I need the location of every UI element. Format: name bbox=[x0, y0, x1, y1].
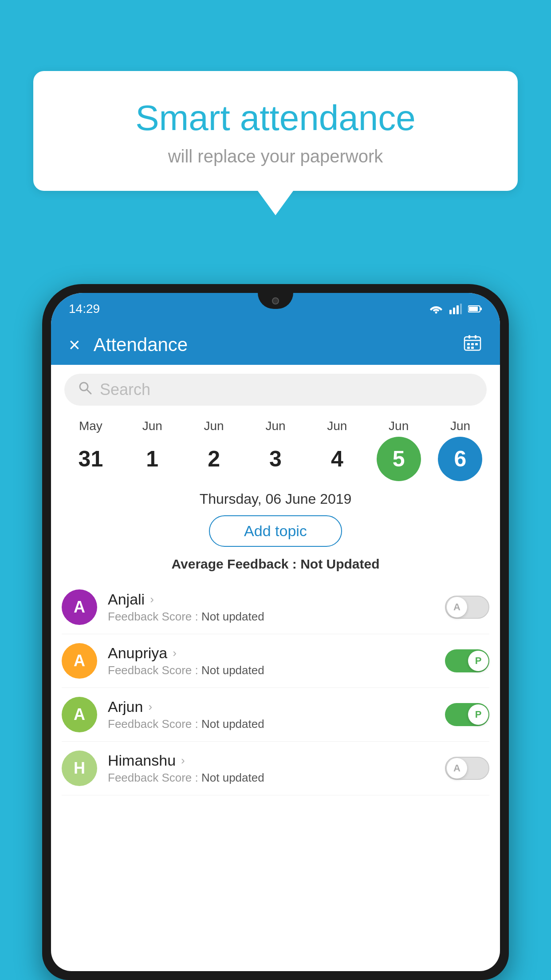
date-month: Jun bbox=[389, 419, 409, 433]
status-bar: 14:29 bbox=[51, 293, 500, 325]
list-item[interactable]: AAnupriya ›Feedback Score : Not updatedP bbox=[62, 634, 489, 688]
date-month: Jun bbox=[265, 419, 285, 433]
battery-icon bbox=[468, 305, 482, 313]
svg-rect-4 bbox=[460, 304, 462, 314]
avg-feedback-value: Not Updated bbox=[300, 557, 379, 571]
svg-rect-15 bbox=[467, 347, 470, 349]
close-button[interactable]: × bbox=[69, 334, 80, 356]
avatar: A bbox=[62, 697, 97, 732]
date-number: 3 bbox=[253, 437, 298, 481]
svg-rect-12 bbox=[467, 343, 470, 345]
svg-rect-1 bbox=[449, 310, 452, 314]
signal-icon bbox=[449, 304, 462, 314]
date-number: 31 bbox=[68, 437, 113, 481]
attendance-toggle[interactable]: P bbox=[445, 649, 489, 672]
add-topic-button[interactable]: Add topic bbox=[209, 515, 342, 547]
app-header: × Attendance bbox=[51, 325, 500, 365]
camera bbox=[272, 297, 279, 304]
student-info: Anupriya ›Feedback Score : Not updated bbox=[108, 644, 445, 677]
date-item[interactable]: Jun5 bbox=[370, 419, 428, 481]
speech-bubble-tail bbox=[258, 191, 293, 215]
status-icons bbox=[429, 304, 482, 314]
status-time: 14:29 bbox=[69, 302, 100, 316]
chevron-icon: › bbox=[148, 700, 152, 714]
chevron-icon: › bbox=[150, 593, 154, 606]
date-number: 1 bbox=[130, 437, 174, 481]
avg-feedback-label: Average Feedback : bbox=[171, 557, 300, 571]
speech-bubble-title: Smart attendance bbox=[69, 98, 482, 138]
feedback-score: Feedback Score : Not updated bbox=[108, 664, 445, 677]
student-info: Himanshu ›Feedback Score : Not updated bbox=[108, 752, 445, 785]
attendance-toggle[interactable]: A bbox=[445, 757, 489, 780]
date-number: 4 bbox=[315, 437, 359, 481]
student-name: Anupriya › bbox=[108, 644, 445, 662]
toggle-knob: P bbox=[468, 651, 488, 671]
svg-rect-2 bbox=[453, 308, 455, 314]
attendance-toggle[interactable]: A bbox=[445, 596, 489, 619]
date-month: Jun bbox=[327, 419, 347, 433]
student-list: AAnjali ›Feedback Score : Not updatedAAA… bbox=[51, 581, 500, 795]
notch bbox=[258, 293, 293, 309]
toggle-knob: A bbox=[447, 597, 467, 617]
date-item[interactable]: Jun3 bbox=[247, 419, 304, 481]
avatar: A bbox=[62, 589, 97, 625]
calendar-icon[interactable] bbox=[463, 333, 482, 357]
svg-rect-14 bbox=[475, 343, 478, 345]
speech-bubble-subtitle: will replace your paperwork bbox=[69, 146, 482, 166]
speech-bubble: Smart attendance will replace your paper… bbox=[33, 71, 518, 191]
student-info: Arjun ›Feedback Score : Not updated bbox=[108, 698, 445, 731]
attendance-toggle[interactable]: P bbox=[445, 703, 489, 726]
feedback-score: Feedback Score : Not updated bbox=[108, 717, 445, 731]
svg-rect-3 bbox=[457, 305, 459, 314]
date-number: 5 bbox=[377, 437, 421, 481]
svg-rect-16 bbox=[471, 347, 474, 349]
toggle-knob: A bbox=[447, 758, 467, 778]
list-item[interactable]: HHimanshu ›Feedback Score : Not updatedA bbox=[62, 742, 489, 795]
list-item[interactable]: AAnjali ›Feedback Score : Not updatedA bbox=[62, 581, 489, 634]
date-month: Jun bbox=[204, 419, 224, 433]
feedback-score: Feedback Score : Not updated bbox=[108, 771, 445, 785]
selected-date: Thursday, 06 June 2019 bbox=[51, 491, 500, 507]
phone-screen: 14:29 bbox=[51, 293, 500, 971]
avatar: A bbox=[62, 643, 97, 679]
svg-point-0 bbox=[435, 312, 437, 314]
date-item[interactable]: Jun6 bbox=[431, 419, 489, 481]
date-strip: May31Jun1Jun2Jun3Jun4Jun5Jun6 bbox=[51, 415, 500, 481]
wifi-icon bbox=[429, 304, 443, 314]
student-info: Anjali ›Feedback Score : Not updated bbox=[108, 591, 445, 624]
date-item[interactable]: Jun4 bbox=[308, 419, 366, 481]
app-title: Attendance bbox=[94, 334, 463, 356]
date-number: 6 bbox=[438, 437, 482, 481]
student-name: Arjun › bbox=[108, 698, 445, 715]
date-month: May bbox=[79, 419, 102, 433]
svg-rect-7 bbox=[480, 308, 482, 310]
date-month: Jun bbox=[450, 419, 470, 433]
date-item[interactable]: May31 bbox=[62, 419, 119, 481]
svg-line-18 bbox=[87, 390, 91, 394]
chevron-icon: › bbox=[181, 754, 185, 767]
feedback-score: Feedback Score : Not updated bbox=[108, 610, 445, 624]
speech-bubble-container: Smart attendance will replace your paper… bbox=[33, 71, 518, 215]
student-name: Himanshu › bbox=[108, 752, 445, 769]
search-icon bbox=[78, 380, 93, 399]
svg-rect-6 bbox=[469, 307, 478, 311]
date-month: Jun bbox=[142, 419, 162, 433]
list-item[interactable]: AArjun ›Feedback Score : Not updatedP bbox=[62, 688, 489, 742]
toggle-knob: P bbox=[468, 704, 488, 725]
date-item[interactable]: Jun1 bbox=[123, 419, 181, 481]
avatar: H bbox=[62, 751, 97, 786]
chevron-icon: › bbox=[173, 646, 177, 660]
svg-rect-10 bbox=[468, 335, 470, 339]
search-bar[interactable]: Search bbox=[64, 374, 487, 406]
svg-rect-13 bbox=[471, 343, 474, 345]
student-name: Anjali › bbox=[108, 591, 445, 608]
date-number: 2 bbox=[192, 437, 236, 481]
svg-rect-11 bbox=[475, 335, 476, 339]
search-placeholder: Search bbox=[100, 380, 150, 399]
date-item[interactable]: Jun2 bbox=[185, 419, 243, 481]
average-feedback: Average Feedback : Not Updated bbox=[51, 557, 500, 572]
phone-frame: 14:29 bbox=[42, 284, 509, 980]
